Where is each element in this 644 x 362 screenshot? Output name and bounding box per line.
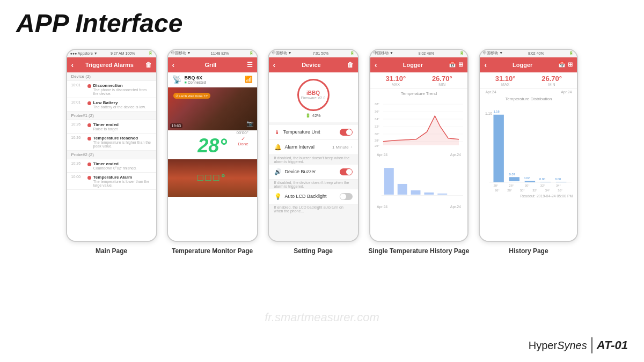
phone1-header: ‹ Triggered Alarms 🗑: [67, 57, 156, 72]
phone3-label-temp-unit: Temperature Unit: [283, 129, 336, 135]
phone3-toggle-backlight[interactable]: [340, 193, 353, 200]
svg-text:30°: 30°: [525, 184, 530, 187]
phone4-bar-date-right: Apr.24: [450, 205, 461, 209]
phone2-network: 中国移动 ▼: [171, 50, 191, 56]
phone2-menu-icon[interactable]: ☰: [247, 61, 253, 69]
phone3-battery: 🔋: [350, 51, 355, 55]
phone3-setting-alarm-interval[interactable]: 🔔 Alarm Interval 1 Minute ›: [269, 140, 358, 155]
p1-time-5: 10:00: [71, 175, 85, 179]
p1-content-3: Temperature Reached The temperature is h…: [93, 136, 152, 148]
phone4-bar-date-left: Apr.24: [377, 205, 387, 209]
phone3-back-btn[interactable]: ‹: [273, 61, 276, 69]
phone3-chevron-icon: ›: [351, 144, 353, 150]
phone4-grid-icon[interactable]: ⊞: [458, 61, 463, 68]
phone2-wifi-icon: 📶: [245, 76, 253, 83]
phone5-chart-title: Temperature Distribution: [480, 95, 577, 102]
phone2-device-status: ■ Connected: [185, 80, 206, 84]
phone3-thermometer-icon: 🌡: [274, 129, 280, 135]
phone5-max-label: MAX: [495, 83, 516, 86]
phone4-date-row: Apr.24 Apr.24: [374, 153, 464, 157]
phone5-min-val: 26.70°: [541, 75, 562, 83]
p1-content-5: Temperature Alarm The temperature is low…: [93, 175, 152, 187]
phone5-bar-svg: 1.16 1.16 0.07 0.02 0.00: [484, 103, 573, 189]
p1-desc-4: Countdown 0°02' finished.: [93, 166, 152, 170]
p1-dot-0: [87, 84, 91, 88]
phone3-bell-icon: 🔔: [274, 144, 282, 151]
phone1-trash-icon[interactable]: 🗑: [145, 61, 152, 69]
svg-rect-14: [384, 168, 394, 195]
p1-name-5: Temperature Alarm: [93, 175, 152, 180]
phone3-body: iBBQ Firmware V2.0 🔋 42% 🌡 Temperature U…: [269, 72, 358, 241]
phone2-header-title: Grill: [204, 62, 216, 68]
phone4-label: Single Temperature History Page: [369, 247, 470, 255]
svg-text:1.16: 1.16: [494, 110, 500, 113]
p1-time-4: 10:26: [71, 161, 85, 165]
phone3-setting-backlight[interactable]: 💡 Auto LCD Backlight: [269, 189, 358, 204]
phone5-header: ‹ Logger 📅 ⊞: [480, 57, 577, 72]
phone2-food-badge: ② Lamb Well Done 77°: [173, 93, 211, 99]
phone3-setting-temp-unit[interactable]: 🌡 Temperature Unit: [269, 125, 358, 140]
p1-item-5: 10:00 Temperature Alarm The temperature …: [67, 173, 156, 190]
phone3-toggle-buzzer[interactable]: [340, 168, 353, 175]
phone2-container: 中国移动 ▼ 11:48 82% 🔋 ‹ Grill ☰ 📡 BBQ 6X ■ …: [167, 49, 258, 255]
svg-rect-21: [494, 115, 504, 182]
svg-rect-15: [398, 184, 407, 195]
svg-text:28°: 28°: [494, 184, 499, 187]
phone2-device-name: BBQ 6X: [185, 75, 206, 80]
brand-name: HyperSynes: [529, 339, 587, 352]
svg-text:0.00: 0.00: [555, 178, 561, 181]
phone1-back-btn[interactable]: ‹: [71, 61, 74, 69]
phone5-status-bar: 中国移动 ▼ 8:02 40% 🔋: [480, 50, 577, 57]
phone4-max-label: MAX: [385, 83, 406, 86]
phone3-header: ‹ Device 🗑: [269, 57, 358, 72]
phone4-header-icons: 📅 ⊞: [449, 61, 463, 68]
phone3-buzzer-desc: If disabled, the device doesn't beep whe…: [269, 180, 358, 189]
phone3-status-bar: 中国移动 ▼ 7:01 50% 🔋: [269, 50, 358, 57]
phone4-header: ‹ Logger 📅 ⊞: [370, 57, 467, 72]
p1-time-3: 10:26: [71, 136, 85, 139]
phone4-back-btn[interactable]: ‹: [375, 61, 377, 69]
phone2-body: 📡 BBQ 6X ■ Connected 📶 ② Lamb Well Done …: [168, 72, 257, 241]
phone4: 中国移动 ▼ 8:02 48% 🔋 ‹ Logger 📅 ⊞ 31.10° MA…: [369, 49, 469, 242]
phone5-header-icons: 📅 ⊞: [558, 61, 573, 68]
p1-content-0: Disconnection The phone is disconnected …: [93, 83, 152, 95]
phone2-back-btn[interactable]: ‹: [172, 61, 175, 69]
phone3-label-backlight: Auto LCD Backlight: [285, 194, 336, 199]
phone3-trash-icon[interactable]: 🗑: [347, 61, 354, 69]
phone2-bottom-digits: □□□°: [197, 172, 228, 183]
p1-item-0: 10:01 Disconnection The phone is disconn…: [67, 81, 156, 98]
phone3-setting-buzzer[interactable]: 🔊 Device Buzzer: [269, 165, 358, 180]
phone4-body: 31.10° MAX 26.70° MIN Temperature Trend …: [370, 72, 467, 241]
phone5-date-right: Apr.24: [561, 90, 572, 94]
phone2-device-row: 📡 BBQ 6X ■ Connected 📶: [168, 72, 257, 87]
page-title: APP Interface: [0, 0, 644, 43]
phone4-date-left: Apr.24: [377, 153, 387, 157]
svg-text:32°: 32°: [540, 184, 545, 187]
phone1-battery: 🔋: [148, 51, 153, 55]
p1-time-0: 10:01: [71, 83, 85, 87]
phone3-network: 中国移动 ▼: [272, 50, 292, 56]
phone2-timer: 00'00": [236, 130, 248, 135]
watermark: fr.smartmeasurer.com: [265, 311, 379, 324]
svg-text:36°: 36°: [375, 110, 380, 113]
phone2-temp-row: 00'00" 28° ✓ Done: [168, 130, 257, 159]
p1-dot-5: [87, 176, 91, 180]
phone4-max-val: 31.10°: [385, 75, 406, 83]
phone1-label: Main Page: [96, 247, 127, 255]
phone3-speaker-icon: 🔊: [274, 168, 282, 175]
phone3-toggle-temp-unit[interactable]: [340, 129, 353, 136]
p1-content-1: Low Battery The battery of the device is…: [93, 100, 152, 109]
phone5-back-btn[interactable]: ‹: [484, 61, 487, 69]
svg-rect-23: [509, 177, 519, 181]
svg-rect-16: [411, 190, 421, 195]
p1-name-1: Low Battery: [93, 100, 152, 105]
phone5-calendar-icon[interactable]: 📅: [558, 61, 566, 68]
phone2-camera-icon[interactable]: 📷: [246, 120, 254, 127]
phone5-sub-3: 32°: [532, 189, 537, 192]
svg-text:30°: 30°: [375, 132, 380, 136]
phone5-container: 中国移动 ▼ 8:02 40% 🔋 ‹ Logger 📅 ⊞ 31.10° MA…: [479, 49, 578, 255]
phone5-grid-icon[interactable]: ⊞: [568, 61, 573, 68]
p1-time-2: 10:26: [71, 122, 85, 126]
phone4-calendar-icon[interactable]: 📅: [449, 61, 456, 68]
phone1-network: ●●● Appstore ▼: [70, 51, 98, 55]
